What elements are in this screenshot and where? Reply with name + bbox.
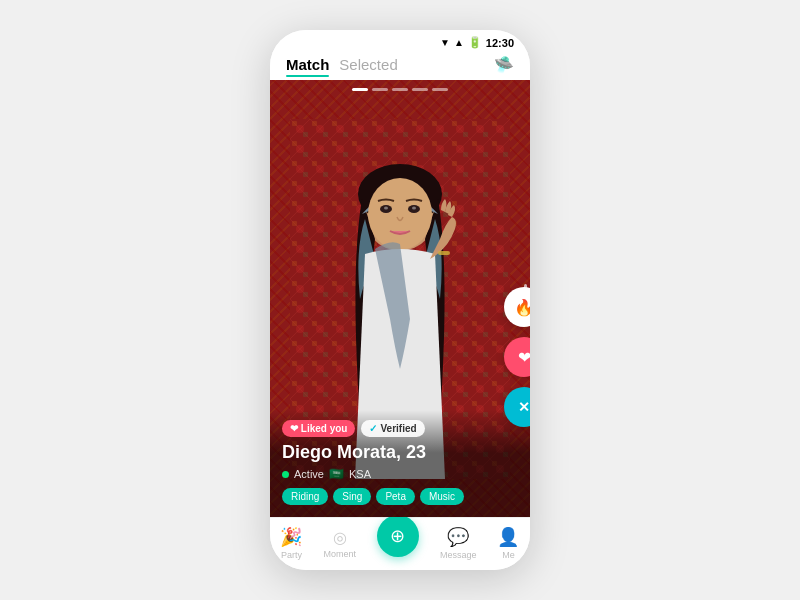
flag-icon: 🇸🇦 [329,467,344,481]
me-icon: 👤 [497,526,519,548]
status-time: 12:30 [486,37,514,49]
interest-sing[interactable]: Sing [333,488,371,505]
svg-point-13 [384,206,388,209]
interest-riding[interactable]: Riding [282,488,328,505]
like-button[interactable]: ❤ [504,337,530,377]
notification-bell-icon[interactable]: 🛸 [494,55,514,74]
interest-peta[interactable]: Peta [376,488,415,505]
verified-badge: ✓ Verified [361,420,424,437]
action-buttons: 🔥 ❤ ✕ [504,287,530,427]
tab-match[interactable]: Match [286,56,329,73]
dot-2 [372,88,388,91]
liked-you-badge: ❤ Liked you [282,420,355,437]
location-label: KSA [349,468,371,480]
dot-1 [352,88,368,91]
message-label: Message [440,550,477,560]
bottom-navigation: 🎉 Party ◎ Moment ⊕ 💬 Message 👤 Me [270,517,530,570]
nav-moment[interactable]: ◎ Moment [323,528,356,559]
header: Match Selected 🛸 [270,51,530,80]
dot-5 [432,88,448,91]
active-label: Active [294,468,324,480]
interest-music[interactable]: Music [420,488,464,505]
nav-match-center[interactable]: ⊕ [377,529,419,557]
nav-party[interactable]: 🎉 Party [280,526,302,560]
svg-rect-15 [438,251,450,255]
svg-point-14 [412,206,416,209]
nav-message[interactable]: 💬 Message [440,526,477,560]
active-status-dot [282,471,289,478]
party-icon: 🎉 [280,526,302,548]
interests-row: Riding Sing Peta Music [282,488,518,505]
message-icon: 💬 [447,526,469,548]
signal-icon: ▲ [454,37,464,48]
verified-label: Verified [380,423,416,434]
status-icons: ▼ ▲ 🔋 12:30 [440,36,514,49]
profile-name: Diego Morata, 23 [282,442,518,463]
pass-button[interactable]: ✕ [504,387,530,427]
profile-location: Active 🇸🇦 KSA [282,467,518,481]
svg-point-10 [368,178,432,250]
wifi-icon: ▼ [440,37,450,48]
dot-4 [412,88,428,91]
photo-dots-indicator [352,88,448,91]
tab-selected[interactable]: Selected [339,56,397,73]
profile-card[interactable]: 🔥 ❤ ✕ ❤ Liked you ✓ Verified Diego Morat… [270,80,530,517]
match-center-icon: ⊕ [390,525,405,547]
badge-row: ❤ Liked you ✓ Verified [282,420,518,437]
nav-me[interactable]: 👤 Me [497,526,519,560]
phone-frame: ▼ ▲ 🔋 12:30 Match Selected 🛸 [270,30,530,570]
battery-icon: 🔋 [468,36,482,49]
me-label: Me [502,550,515,560]
party-label: Party [281,550,302,560]
verified-check-icon: ✓ [369,423,377,434]
status-bar: ▼ ▲ 🔋 12:30 [270,30,530,51]
moment-label: Moment [323,549,356,559]
profile-overlay: ❤ Liked you ✓ Verified Diego Morata, 23 … [270,410,530,517]
fire-button[interactable]: 🔥 [504,287,530,327]
dot-3 [392,88,408,91]
match-center-button[interactable]: ⊕ [377,515,419,557]
header-tabs: Match Selected [286,56,398,73]
moment-icon: ◎ [333,528,347,547]
